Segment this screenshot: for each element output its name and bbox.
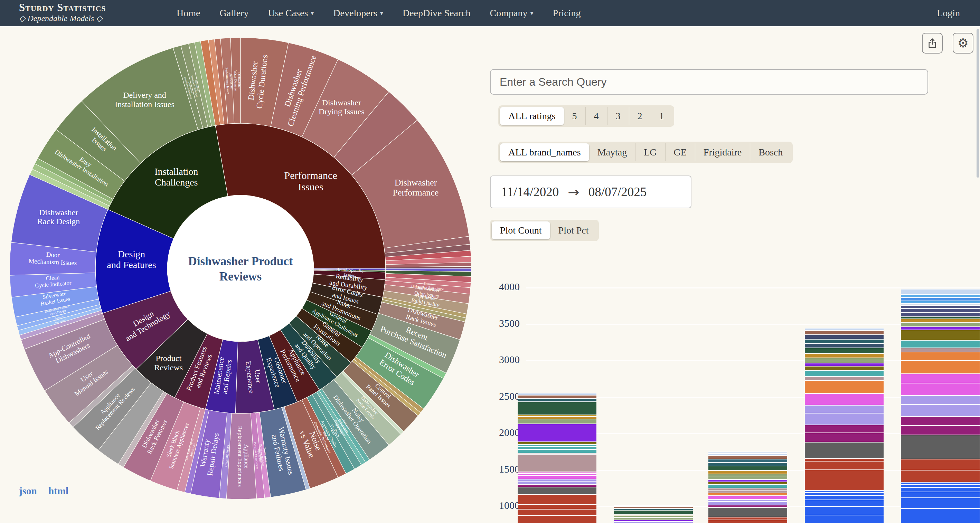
bar-segment (805, 377, 884, 380)
bar-segment (901, 289, 980, 294)
bar-segment (614, 509, 693, 510)
bar-segment (708, 459, 787, 462)
ratings-option-4[interactable]: 4 (585, 107, 607, 125)
date-start[interactable]: 11/14/2020 (501, 184, 559, 199)
nav-item-deepdive-search[interactable]: DeepDive Search (401, 7, 473, 19)
bar-segment (518, 510, 597, 515)
bar-segment (518, 480, 597, 481)
sunburst-center-title: Dishwasher Product Reviews (175, 254, 306, 284)
brand-title: Sturdy Statistics (19, 2, 106, 13)
bar-segment (901, 374, 980, 383)
bar-segment (805, 461, 884, 469)
bar-segment (901, 301, 980, 303)
settings-button[interactable]: ⚙ (953, 33, 974, 54)
search-input[interactable] (490, 69, 928, 95)
bar-segment (708, 496, 787, 499)
bar-segment (708, 502, 787, 505)
bar-segment (518, 396, 597, 398)
bar-segment (901, 317, 980, 318)
bar-segment (518, 415, 597, 416)
bar-segment (708, 488, 787, 490)
bar-segment (708, 508, 787, 517)
nav-item-home[interactable]: Home (175, 7, 202, 19)
brand-subtitle: ◇ Dependable Models ◇ (19, 14, 106, 23)
brands-option-all-brand-names[interactable]: ALL brand_names (500, 143, 589, 161)
scrollbar-thumb[interactable] (977, 29, 979, 178)
date-range-picker[interactable]: 11/14/2020 → 08/07/2025 (490, 175, 692, 208)
share-button[interactable] (922, 33, 943, 54)
ratings-option-all-ratings[interactable]: ALL ratings (500, 107, 564, 125)
brands-option-bosch[interactable]: Bosch (750, 143, 791, 161)
ratings-option-2[interactable]: 2 (629, 107, 651, 125)
bar-segment (805, 491, 884, 492)
bar-segment (805, 405, 884, 413)
bar-segment (708, 476, 787, 479)
bar-segment (708, 485, 787, 488)
brands-option-frigidaire[interactable]: Frigidaire (695, 143, 750, 161)
bar-segment (518, 495, 597, 504)
bar-segment (708, 456, 787, 459)
bar-segment (901, 396, 980, 404)
bar-segment (805, 335, 884, 339)
bar-segment (518, 487, 597, 494)
bar-segment (901, 295, 980, 297)
plot-option-plot-count[interactable]: Plot Count (492, 221, 550, 239)
ratings-option-3[interactable]: 3 (607, 107, 629, 125)
bar-segment (901, 471, 980, 482)
bar-segment (805, 470, 884, 490)
bar-segment (901, 309, 980, 312)
bar-segment (901, 298, 980, 300)
bar-segment (708, 493, 787, 495)
plot-option-plot-pct[interactable]: Plot Pct (550, 221, 597, 239)
ratings-option-1[interactable]: 1 (651, 107, 673, 125)
nav-menu: HomeGalleryUse Cases▾Developers▾DeepDive… (175, 0, 582, 26)
sunburst-label-delivery-and-installation-issues: Delivery andInstallation Issues (115, 91, 175, 108)
brands-option-ge[interactable]: GE (665, 143, 695, 161)
brands-option-lg[interactable]: LG (635, 143, 665, 161)
brand-logo: Sturdy Statistics ◇ Dependable Models ◇ (19, 2, 106, 23)
sunburst-label-product-reviews: ProductReviews (154, 354, 183, 372)
bar-segment (805, 433, 884, 442)
bar-segment (518, 445, 597, 446)
bar-segment (901, 304, 980, 305)
bar-segment (614, 520, 693, 521)
bar-segment (614, 507, 693, 508)
bar-segment (614, 510, 693, 514)
bar-segment (901, 483, 980, 484)
bar-segment (901, 313, 980, 317)
ratings-option-5[interactable]: 5 (564, 107, 585, 125)
nav-item-use-cases[interactable]: Use Cases▾ (266, 7, 316, 19)
login-link[interactable]: Login (937, 0, 960, 26)
nav-item-developers[interactable]: Developers▾ (331, 7, 385, 19)
brands-option-maytag[interactable]: Maytag (589, 143, 635, 161)
bar-segment (901, 492, 980, 498)
bar-segment (805, 381, 884, 393)
bar-segment (518, 505, 597, 509)
bar-segment (518, 424, 597, 442)
chevron-down-icon: ▾ (380, 10, 383, 17)
page-scrollbar (977, 28, 979, 523)
bar-segment (708, 463, 787, 466)
bar-segment (805, 507, 884, 515)
bar-segment (901, 340, 980, 348)
bar-segment (614, 506, 693, 506)
bar-segment (901, 498, 980, 509)
bar-segment (901, 306, 980, 308)
arrow-right-icon: → (568, 184, 579, 200)
nav-item-company[interactable]: Company▾ (488, 7, 536, 19)
stacked-bar-4 (805, 328, 884, 523)
bar-segment (614, 518, 693, 520)
date-end[interactable]: 08/07/2025 (589, 184, 647, 199)
nav-item-gallery[interactable]: Gallery (217, 7, 251, 19)
bar-segment (708, 471, 787, 474)
sunburst-label-dishwasher-rack-design: DishwasherRack Design (37, 208, 80, 226)
bar-segment (518, 447, 597, 449)
bar-segment (805, 493, 884, 495)
bar-segment (805, 367, 884, 370)
bar-segment (708, 482, 787, 484)
bar-segment (614, 515, 693, 516)
chevron-down-icon: ▾ (311, 10, 314, 17)
stacked-bar-1 (518, 393, 597, 523)
bar-segment (901, 348, 980, 352)
nav-item-pricing[interactable]: Pricing (551, 7, 583, 19)
